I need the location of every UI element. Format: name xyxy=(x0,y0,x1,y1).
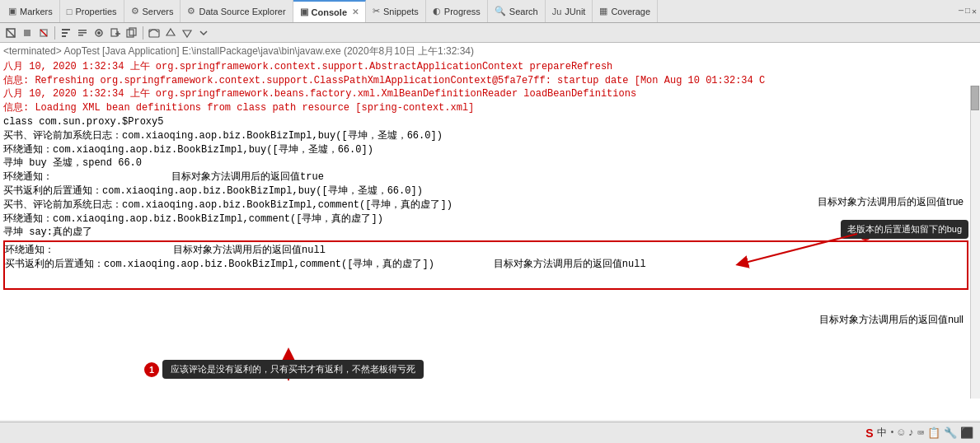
vertical-scrollbar[interactable] xyxy=(970,86,980,399)
junit-icon: Ju xyxy=(552,7,562,16)
maximize-btn[interactable]: □ xyxy=(965,7,970,16)
toolbar-btn-copy[interactable] xyxy=(124,26,139,40)
tab-progress-label: Progress xyxy=(444,7,481,16)
svg-rect-5 xyxy=(62,29,70,30)
toolbar-btn-clear[interactable] xyxy=(3,26,18,40)
tab-junit-label: JUnit xyxy=(565,7,585,16)
svg-rect-16 xyxy=(127,30,134,37)
scrollbar-thumb[interactable] xyxy=(971,86,979,110)
status-music-icon: ♪ xyxy=(907,427,914,439)
console-line-15: 买书返利的后置通知：com.xiaoqing.aop.biz.BookBizIm… xyxy=(5,258,967,272)
console-line-3: 八月 10, 2020 1:32:34 上午 org.springframewo… xyxy=(3,87,968,101)
tab-junit[interactable]: Ju JUnit xyxy=(546,0,593,23)
tab-markers-label: Markers xyxy=(20,7,53,16)
console-line-1: 八月 10, 2020 1:32:34 上午 org.springframewo… xyxy=(3,60,968,74)
toolbar-btn-open-file[interactable] xyxy=(147,26,162,40)
coverage-icon: ▦ xyxy=(599,6,607,16)
tab-search-label: Search xyxy=(509,7,538,16)
search-tab-icon: 🔍 xyxy=(495,6,506,16)
tab-search[interactable]: 🔍 Search xyxy=(488,0,546,23)
progress-icon: ◐ xyxy=(433,6,441,16)
svg-line-1 xyxy=(7,29,15,37)
tab-snippets[interactable]: ✂ Snippets xyxy=(366,0,426,23)
tab-coverage[interactable]: ▦ Coverage xyxy=(593,0,658,23)
status-clipboard-icon: 📋 xyxy=(927,427,940,440)
svg-marker-19 xyxy=(166,29,175,35)
console-line-2: 信息: Refreshing org.springframework.conte… xyxy=(3,74,968,88)
svg-rect-8 xyxy=(78,30,87,31)
svg-line-4 xyxy=(40,30,47,36)
toolbar-btn-chevron-down[interactable] xyxy=(196,26,211,40)
toolbar-sep-2 xyxy=(143,26,143,40)
console-icon: ▣ xyxy=(300,7,308,17)
datasource-icon: ⚙ xyxy=(187,6,195,16)
toolbar-btn-pin[interactable] xyxy=(91,26,106,40)
status-lang: 中 xyxy=(877,426,887,440)
toolbar-btn-wrap[interactable] xyxy=(75,26,90,40)
annotation-group-1: 1 应该评论是没有返利的，只有买书才有返利，不然老板得亏死 xyxy=(144,360,424,379)
svg-point-12 xyxy=(97,31,101,35)
tab-console[interactable]: ▣ Console ✕ xyxy=(293,0,366,23)
tab-properties[interactable]: □ Properties xyxy=(60,0,124,23)
tab-console-label: Console xyxy=(312,7,347,17)
console-line-6: 买书、评论前加系统日志：com.xiaoqing.aop.biz.BookBiz… xyxy=(3,129,968,143)
svg-marker-20 xyxy=(183,30,191,37)
console-line-13: 寻坤 say:真的虚了 xyxy=(3,226,968,240)
tab-progress[interactable]: ◐ Progress xyxy=(426,0,488,23)
annotation-label-true: 目标对象方法调用后的返回值true xyxy=(818,195,964,209)
toolbar-btn-arrow2[interactable] xyxy=(180,26,195,40)
toolbar-btn-scroll-lock[interactable] xyxy=(59,26,73,40)
console-line-9: 环绕通知： 目标对象方法调用后的返回值true xyxy=(3,170,968,184)
toolbar-btn-arrow1[interactable] xyxy=(163,26,178,40)
annotation-tooltip-2: 老版本的后置通知留下的bug xyxy=(841,220,968,239)
tab-bar: ▣ Markers □ Properties ⚙ Servers ⚙ Data … xyxy=(0,0,980,23)
toolbar-btn-stop[interactable] xyxy=(20,26,35,40)
status-wrench-icon: 🔧 xyxy=(944,427,957,440)
status-keyboard-icon: ⌨ xyxy=(917,427,924,440)
status-smiley-icon: ☺ xyxy=(898,427,905,439)
console-empty-line xyxy=(5,272,967,287)
status-dot: • xyxy=(890,428,895,437)
status-bar: S 中 • ☺ ♪ ⌨ 📋 🔧 ⬛ xyxy=(0,422,980,443)
annotation-tooltip-1: 应该评论是没有返利的，只有买书才有返利，不然老板得亏死 xyxy=(162,360,424,379)
toolbar-btn-remove[interactable] xyxy=(36,26,51,40)
tab-datasource-label: Data Source Explorer xyxy=(199,7,285,16)
servers-icon: ⚙ xyxy=(131,6,139,16)
snippets-icon: ✂ xyxy=(373,6,380,16)
minimize-btn[interactable]: ─ xyxy=(959,7,964,16)
svg-rect-7 xyxy=(62,35,66,37)
markers-icon: ▣ xyxy=(8,6,16,16)
close-btn[interactable]: ✕ xyxy=(972,7,977,16)
status-box-icon: ⬛ xyxy=(960,427,973,440)
tab-datasource[interactable]: ⚙ Data Source Explorer xyxy=(181,0,293,23)
console-content-area: <terminated> AopTest [Java Application] … xyxy=(0,43,980,420)
console-line-12: 环绕通知：com.xiaoqing.aop.biz.BookBizImpl,co… xyxy=(3,212,968,226)
tab-coverage-label: Coverage xyxy=(611,7,650,16)
svg-rect-10 xyxy=(78,35,83,36)
console-line-7: 环绕通知：com.xiaoqing.aop.biz.BookBizImpl,bu… xyxy=(3,143,968,157)
tab-markers[interactable]: ▣ Markers xyxy=(2,0,60,23)
svg-rect-13 xyxy=(111,29,117,36)
svg-rect-2 xyxy=(24,30,30,36)
terminated-line: <terminated> AopTest [Java Application] … xyxy=(3,44,968,58)
tab-snippets-label: Snippets xyxy=(383,7,419,16)
properties-icon: □ xyxy=(67,7,73,16)
console-line-4: 信息: Loading XML bean definitions from cl… xyxy=(3,101,968,115)
toolbar-sep-1 xyxy=(54,26,55,40)
console-close-icon[interactable]: ✕ xyxy=(352,7,359,16)
status-icon-s: S xyxy=(865,427,873,440)
tab-servers-label: Servers xyxy=(143,7,174,16)
highlight-region: 环绕通知： 目标对象方法调用后的返回值null 买书返利的后置通知：com.xi… xyxy=(3,240,968,290)
svg-rect-9 xyxy=(78,32,87,34)
svg-rect-6 xyxy=(62,32,68,34)
toolbar-btn-new[interactable] xyxy=(108,26,123,40)
annotation-circle-1: 1 xyxy=(144,362,159,377)
annotation-label-null: 目标对象方法调用后的返回值null xyxy=(819,313,964,327)
tab-properties-label: Properties xyxy=(75,7,116,16)
console-line-5: class com.sun.proxy.$Proxy5 xyxy=(3,115,968,129)
svg-rect-17 xyxy=(129,28,136,35)
console-line-8: 寻坤 buy 圣墟，spend 66.0 xyxy=(3,156,968,170)
console-line-14: 环绕通知： 目标对象方法调用后的返回值null xyxy=(5,244,967,258)
tab-servers[interactable]: ⚙ Servers xyxy=(124,0,181,23)
console-toolbar xyxy=(0,23,980,43)
